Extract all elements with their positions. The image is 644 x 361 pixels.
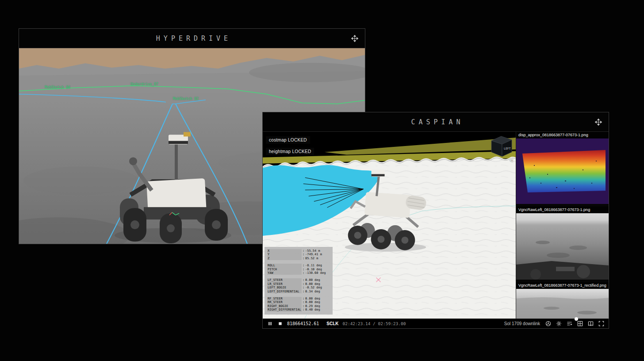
grid-icon[interactable] — [577, 320, 583, 327]
telemetry-row: RIGHT_DIFFERENTIAL:0.40 deg — [267, 308, 330, 311]
telemetry-row: ROLL:-8.11 deg — [267, 264, 330, 267]
view-cube[interactable]: LEFT — [491, 136, 512, 157]
rectified-camera-image[interactable] — [516, 289, 609, 319]
sclk-value: 818664152.61 — [287, 321, 319, 326]
palette-icon[interactable] — [545, 320, 552, 327]
telemetry-row: RIGHT_BOGIE:0.29 deg — [267, 304, 330, 308]
move-icon[interactable] — [351, 35, 359, 42]
image-filename-label: VgncRawLeft_0818663877-07673-1.png — [516, 207, 609, 213]
playback-toolbar: 818664152.61 SCLK 02:42:23.14 / 02:59:23… — [263, 319, 609, 328]
telemetry-row: PITCH:-0.10 deg — [267, 268, 330, 271]
sol-downlink-label: Sol 1709 downlink — [504, 321, 540, 326]
raw-camera-image[interactable] — [516, 213, 609, 280]
telemetry-row: LF_STEER:0.00 deg — [267, 278, 330, 282]
sidebar-panel-rectified: VgncRawLeft_0818663877-07673-1_rectified… — [516, 282, 609, 319]
settings-gear-icon[interactable] — [556, 320, 562, 327]
time-range: 02:42:23.14 / 02:59:23.00 — [342, 321, 406, 326]
fullscreen-icon[interactable] — [598, 320, 605, 327]
disparity-map-image[interactable] — [516, 138, 609, 204]
caspian-window: CASPIAN — [262, 112, 609, 329]
caspian-3d-viewport[interactable]: LEFT costmap LOCKED heightmap LOCKED < X… — [263, 132, 516, 319]
telemetry-row: RR_STEER:0.00 deg — [267, 300, 330, 304]
telemetry-row: LEFT_BOGIE:-0.52 deg — [267, 286, 330, 289]
caspian-window-title: CASPIAN — [407, 118, 464, 126]
hyperdrive-window-title: HYPERDRIVE — [153, 35, 231, 42]
telemetry-row: Z:85.52 m — [267, 257, 330, 260]
sidebar-collapse-arrow[interactable]: < — [510, 157, 513, 164]
sidebar-panel-disparity: disp_approx_0818663877-07673-1.png — [516, 132, 609, 204]
sidebar-panel-raw-left: VgncRawLeft_0818663877-07673-1.png — [516, 207, 609, 280]
timeline-scrubber-dot[interactable] — [575, 317, 578, 321]
heightmap-status-chip: heightmap LOCKED — [266, 148, 314, 155]
move-icon[interactable] — [594, 118, 602, 126]
telemetry-row: LEFT_DIFFERENTIAL:0.34 deg — [267, 290, 330, 293]
telemetry-row: LR_STEER:0.00 deg — [267, 282, 330, 286]
view-cube-face-label: LEFT — [504, 147, 511, 150]
caspian-titlebar[interactable]: CASPIAN — [263, 112, 609, 132]
pause-icon[interactable] — [267, 321, 273, 327]
image-filename-label: VgncRawLeft_0818663877-07673-1_rectified… — [516, 282, 609, 289]
telemetry-panel: X:-55.54 m Y:-749.41 m Z:85.52 m ROLL:-8… — [264, 247, 333, 315]
waypoint-label: Underdrive_07 — [130, 82, 158, 86]
telemetry-row: RF_STEER:0.00 deg — [267, 297, 330, 300]
sclk-label[interactable]: SCLK — [326, 321, 338, 326]
telemetry-row: YAW:-130.60 deg — [267, 271, 330, 275]
waypoint-label: MobSketch 02 — [173, 97, 199, 101]
image-filename-label: disp_approx_0818663877-07673-1.png — [516, 132, 609, 138]
waypoint-label: MobSketch 04 — [45, 85, 70, 89]
desktop-background: HYPERDRIVE — [0, 0, 644, 361]
image-sidebar: disp_approx_0818663877-07673-1.png — [516, 132, 609, 319]
playlist-icon[interactable] — [566, 320, 573, 327]
costmap-status-chip: costmap LOCKED — [266, 136, 310, 144]
hyperdrive-titlebar[interactable]: HYPERDRIVE — [19, 29, 365, 48]
telemetry-row: Y:-749.41 m — [267, 253, 330, 256]
book-icon[interactable] — [587, 320, 594, 327]
telemetry-row: X:-55.54 m — [267, 249, 330, 253]
stop-icon[interactable] — [277, 321, 283, 327]
